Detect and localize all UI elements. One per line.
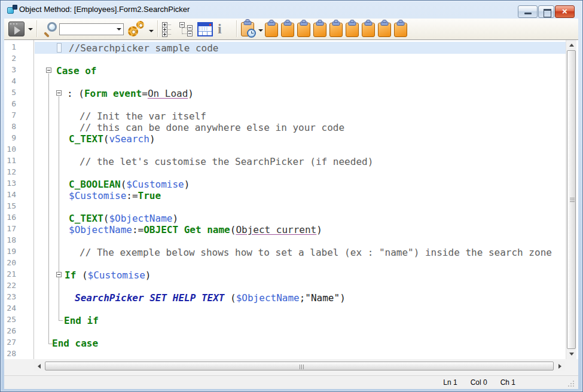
line-number[interactable]: 25	[5, 315, 16, 326]
macro-clipboard-button[interactable]	[265, 23, 278, 37]
resize-grip[interactable]	[568, 379, 575, 387]
method-info-button[interactable]: i	[218, 22, 222, 36]
expand-all-button[interactable]	[162, 22, 178, 36]
horizontal-scroll-thumb[interactable]	[45, 362, 554, 370]
line-number[interactable]: 19	[5, 247, 16, 258]
line-number[interactable]: 7	[5, 111, 16, 122]
line-number[interactable]: 13	[5, 179, 16, 190]
window: Object Method: [Employees].Form2.SearchP…	[0, 0, 583, 392]
line-number[interactable]: 3	[5, 65, 16, 76]
fold-box[interactable]	[46, 68, 51, 73]
code-line[interactable]: //Searchpicker sample code	[35, 42, 566, 54]
line-number[interactable]: 2	[5, 54, 16, 65]
code-token: //Searchpicker sample code	[69, 42, 218, 54]
line-number[interactable]: 6	[5, 99, 16, 111]
clipboard-icon	[394, 23, 407, 37]
code-line[interactable]: C_TEXT(vSearch)	[35, 133, 566, 145]
clipboard-icon	[362, 23, 375, 37]
scroll-right-button[interactable]	[555, 361, 565, 371]
macro-clipboard-button[interactable]	[394, 23, 407, 37]
line-number[interactable]: 9	[5, 133, 16, 145]
line-number[interactable]: 11	[5, 156, 16, 167]
code-token: C_TEXT	[69, 133, 103, 145]
line-number[interactable]: 1	[5, 42, 16, 54]
show-form-button[interactable]	[197, 22, 213, 36]
horizontal-scrollbar[interactable]	[34, 361, 565, 371]
macro-clipboard-button[interactable]	[313, 23, 326, 37]
code-token: )	[184, 179, 190, 190]
code-token: "Name"	[305, 292, 340, 304]
search-input[interactable]	[60, 24, 114, 34]
code-line[interactable]: C_TEXT($ObjectName)	[35, 213, 566, 224]
clipboard-icon	[346, 23, 359, 37]
vertical-scrollbar[interactable]	[566, 40, 576, 359]
line-number[interactable]: 26	[5, 326, 16, 338]
code-line[interactable]: End case	[35, 338, 566, 349]
scroll-up-button[interactable]	[566, 40, 577, 50]
search-dropdown-button[interactable]	[114, 24, 123, 35]
fold-box[interactable]	[56, 90, 62, 96]
line-number[interactable]: 5	[5, 88, 16, 99]
code-line[interactable]: C_BOOLEAN($Customise)	[35, 179, 566, 190]
macro-record-button[interactable]	[241, 22, 263, 36]
title-bar[interactable]: Object Method: [Employees].Form2.SearchP…	[1, 1, 582, 19]
code-token: On Load	[148, 88, 188, 99]
line-number[interactable]: 4	[5, 76, 16, 88]
code-line[interactable]: // this can be done anywhere else in you…	[35, 122, 566, 133]
minimize-button[interactable]	[518, 5, 538, 18]
run-method-button[interactable]	[8, 22, 33, 36]
maximize-button[interactable]	[538, 5, 554, 18]
code-line[interactable]: Case of	[35, 65, 566, 76]
scroll-down-button[interactable]	[566, 349, 577, 359]
line-number[interactable]: 8	[5, 122, 16, 133]
gutter[interactable]: 1234567891011121314151617181920212223242…	[4, 40, 34, 359]
line-number[interactable]: 15	[5, 201, 16, 213]
code-token: )	[316, 224, 322, 235]
macro-clipboard-button[interactable]	[281, 23, 294, 37]
line-number[interactable]: 23	[5, 292, 16, 304]
line-number[interactable]: 22	[5, 281, 16, 292]
code-token: Object current	[236, 224, 316, 235]
macro-clipboard-button[interactable]	[329, 23, 343, 37]
line-number[interactable]: 16	[5, 213, 16, 224]
code-token: : (	[67, 88, 84, 99]
macros-button[interactable]	[127, 21, 154, 37]
code-line[interactable]: // Init the var itself	[35, 111, 566, 122]
line-number[interactable]: 28	[5, 349, 16, 359]
fold-box[interactable]	[56, 272, 62, 277]
search-combobox[interactable]	[59, 23, 124, 35]
arrow-left-icon	[38, 364, 41, 369]
collapse-minus-icon	[57, 274, 60, 275]
toolbar-separator	[36, 20, 37, 37]
code-line[interactable]: $ObjectName:=OBJECT Get name(Object curr…	[35, 224, 566, 235]
code-line[interactable]: // the let's customise the SearchPicker …	[35, 156, 566, 167]
macro-clipboard-button[interactable]	[297, 23, 310, 37]
code-line[interactable]: SearchPicker SET HELP TEXT ($ObjectName;…	[35, 292, 566, 304]
scroll-left-button[interactable]	[34, 361, 44, 371]
vertical-scroll-thumb[interactable]	[567, 50, 576, 349]
status-line: Ln 1	[443, 378, 457, 387]
code-line[interactable]: End if	[35, 315, 566, 326]
code-token: =	[142, 88, 148, 99]
line-number[interactable]: 17	[5, 224, 16, 235]
line-number[interactable]: 21	[5, 270, 16, 281]
code-line[interactable]: $Customise:=True	[35, 190, 566, 201]
macro-clipboard-button[interactable]	[362, 23, 375, 37]
line-number[interactable]: 14	[5, 190, 16, 201]
code-line[interactable]: If ($Customise)	[35, 270, 566, 281]
line-number[interactable]: 12	[5, 167, 16, 179]
line-number[interactable]: 10	[5, 145, 16, 156]
code-line[interactable]: // The exemple below shows how to set a …	[35, 247, 566, 258]
line-number[interactable]: 27	[5, 338, 16, 349]
close-button[interactable]: ×	[555, 5, 575, 18]
thumb-grip-icon	[300, 365, 300, 369]
code-line[interactable]: : (Form event=On Load)	[35, 88, 566, 99]
line-number[interactable]: 24	[5, 304, 16, 315]
macro-clipboard-button[interactable]	[346, 23, 359, 37]
code-token: Case of	[56, 65, 96, 76]
line-number[interactable]: 20	[5, 258, 16, 270]
code-layer[interactable]: //Searchpicker sample codeCase of: (Form…	[35, 40, 566, 359]
macro-clipboard-button[interactable]	[378, 23, 391, 37]
collapse-all-button[interactable]	[179, 22, 195, 36]
line-number[interactable]: 18	[5, 235, 16, 247]
